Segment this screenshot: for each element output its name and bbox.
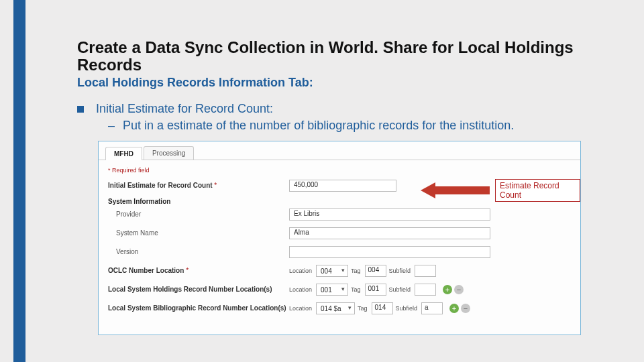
add-icon[interactable]: + [449, 304, 459, 313]
lsbrn-location-group: Location 014 $a Tag 014 Subfield a + − [289, 302, 470, 314]
input-estimate[interactable]: 450,000 [289, 180, 396, 192]
add-remove-group: + − [443, 285, 464, 294]
input-oclc-subfield[interactable] [415, 265, 436, 277]
label-estimate-text: Initial Estimate for Record Count [108, 182, 213, 189]
row-system-name: System Name Alma [108, 227, 571, 240]
slide: Create a Data Sync Collection in World. … [0, 0, 644, 362]
row-oclc-location: OCLC Number Location * Location 004 Tag … [108, 264, 571, 278]
label-system-name: System Name [108, 229, 289, 237]
input-lsbrn-tag[interactable]: 014 [372, 302, 393, 314]
accent-bar [13, 0, 25, 362]
label-lsbrn: Local System Bibliographic Record Number… [108, 304, 289, 312]
dash-bullet-icon: – [108, 119, 115, 133]
sub-bullet-text: Put in a estimate of the number of bibli… [123, 119, 514, 133]
remove-icon[interactable]: − [454, 285, 464, 294]
required-star-icon: * [186, 267, 189, 274]
bullet-text: Initial Estimate for Record Count: [96, 102, 273, 116]
tab-processing[interactable]: Processing [144, 146, 194, 160]
add-icon[interactable]: + [443, 285, 452, 294]
mini-label-tag: Tag [351, 286, 361, 293]
slide-content: Create a Data Sync Collection in World. … [77, 39, 617, 141]
tab-bar: MFHD Processing [99, 141, 580, 160]
label-oclc-location: OCLC Number Location * [108, 267, 289, 275]
input-lsbrn-subfield[interactable]: a [421, 302, 443, 314]
mini-label-tag: Tag [358, 305, 368, 312]
mini-label-location: Location [289, 267, 312, 274]
callout-label: Estimate Record Count [495, 179, 580, 202]
mini-label-location: Location [289, 286, 312, 293]
slide-title: Create a Data Sync Collection in World. … [77, 39, 617, 74]
row-lshrn: Local System Holdings Record Number Loca… [108, 283, 571, 296]
callout-arrow: Estimate Record Count [421, 179, 580, 202]
mini-label-subfield: Subfield [389, 286, 411, 293]
arrow-body-icon [435, 186, 490, 194]
input-version[interactable] [289, 246, 490, 258]
row-lsbrn: Local System Bibliographic Record Number… [108, 302, 571, 315]
mini-label-subfield: Subfield [396, 305, 418, 312]
select-lshrn-location[interactable]: 001 [316, 284, 348, 296]
label-lshrn: Local System Holdings Record Number Loca… [108, 286, 289, 294]
row-version: Version [108, 245, 571, 259]
input-lshrn-subfield[interactable] [415, 284, 436, 296]
mini-label-tag: Tag [351, 267, 361, 274]
required-note: * Required field [108, 167, 571, 174]
row-provider: Provider Ex Libris [108, 208, 571, 221]
bullet-item: Initial Estimate for Record Count: [77, 102, 617, 116]
required-star-icon: * [214, 182, 217, 189]
mini-label-subfield: Subfield [389, 267, 411, 274]
input-lshrn-tag[interactable]: 001 [365, 284, 386, 296]
select-oclc-location[interactable]: 004 [316, 265, 348, 277]
input-system-name[interactable]: Alma [289, 227, 490, 239]
input-oclc-tag[interactable]: 004 [365, 265, 386, 277]
tab-mfhd[interactable]: MFHD [105, 147, 142, 160]
label-oclc-text: OCLC Number Location [108, 267, 184, 274]
label-estimate: Initial Estimate for Record Count * [108, 182, 289, 190]
slide-subtitle: Local Holdings Records Information Tab: [77, 76, 617, 90]
add-remove-group: + − [449, 304, 470, 313]
lshrn-location-group: Location 001 Tag 001 Subfield + − [289, 284, 464, 296]
sub-bullet-item: – Put in a estimate of the number of bib… [108, 119, 617, 133]
label-version: Version [108, 248, 289, 256]
select-lsbrn-location[interactable]: 014 $a [316, 302, 355, 314]
remove-icon[interactable]: − [461, 304, 470, 313]
input-provider[interactable]: Ex Libris [289, 208, 490, 221]
square-bullet-icon [77, 106, 84, 113]
oclc-location-group: Location 004 Tag 004 Subfield [289, 265, 436, 277]
arrow-head-icon [421, 182, 435, 198]
label-provider: Provider [108, 210, 289, 219]
form-panel: MFHD Processing * Required field Initial… [98, 141, 581, 335]
mini-label-location: Location [289, 305, 312, 312]
